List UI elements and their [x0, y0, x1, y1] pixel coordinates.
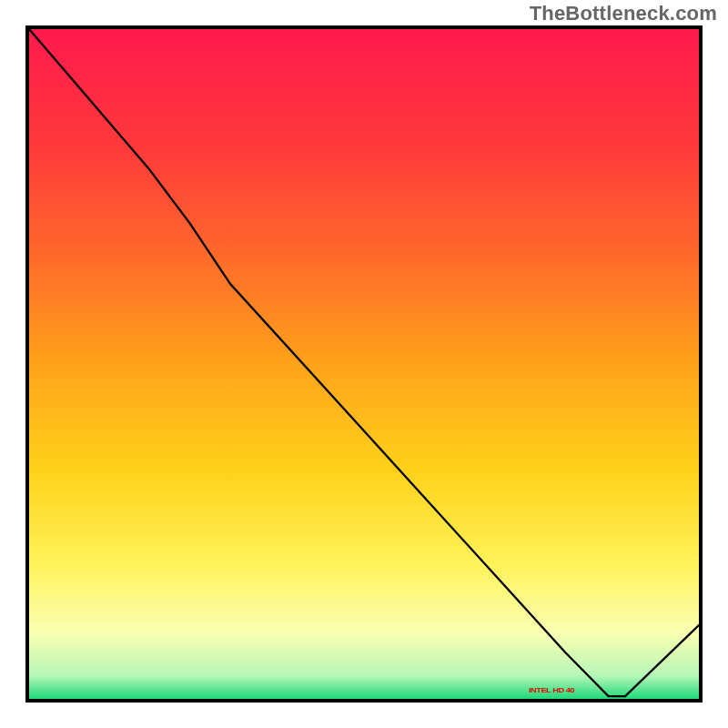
chart-container: TheBottleneck.com: [0, 0, 728, 728]
plot-area: INTEL HD 40: [29, 29, 699, 699]
chart-svg: [29, 29, 699, 699]
gradient-background: [29, 29, 699, 699]
data-label: INTEL HD 40: [529, 687, 574, 694]
plot-frame: INTEL HD 40: [25, 25, 703, 703]
watermark-text: TheBottleneck.com: [530, 2, 717, 25]
